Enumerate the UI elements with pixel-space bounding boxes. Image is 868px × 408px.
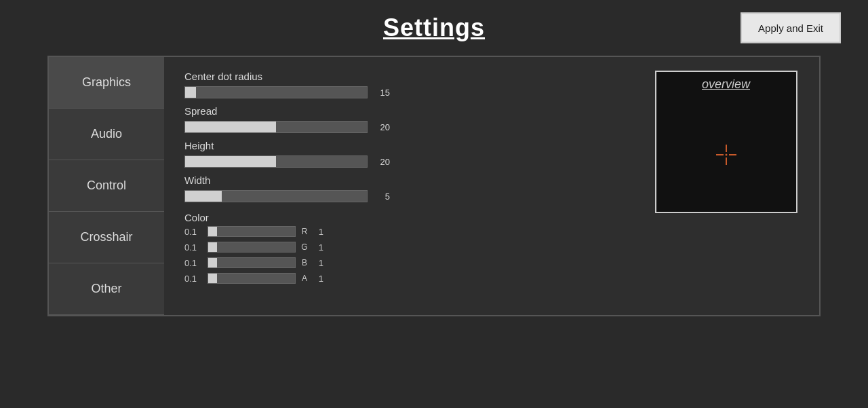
color-g-row: 0.1 G 1	[184, 242, 633, 253]
settings-form: Center dot radius 15 Spread 20	[184, 71, 633, 301]
height-label: Height	[184, 140, 633, 151]
center-dot-radius-fill	[185, 87, 196, 98]
color-b-slider[interactable]	[208, 257, 296, 268]
apply-exit-button[interactable]: Apply and Exit	[741, 13, 841, 43]
preview-panel: overview	[653, 71, 799, 301]
height-row: 20	[184, 155, 633, 168]
center-dot-radius-group: Center dot radius 15	[184, 71, 633, 98]
center-dot-radius-slider[interactable]	[184, 86, 368, 98]
spread-slider[interactable]	[184, 121, 368, 133]
spread-fill	[185, 122, 276, 132]
sidebar-item-audio[interactable]: Audio	[49, 109, 164, 160]
color-b-channel: B	[300, 258, 309, 267]
center-dot-radius-label: Center dot radius	[184, 71, 633, 82]
height-group: Height 20	[184, 140, 633, 168]
content-area: Center dot radius 15 Spread 20	[164, 57, 819, 315]
color-a-max: 1	[313, 274, 323, 284]
color-g-value: 0.1	[184, 242, 203, 253]
spread-group: Spread 20	[184, 105, 633, 133]
color-label: Color	[184, 212, 633, 223]
preview-box: overview	[655, 71, 797, 213]
crosshair-preview	[713, 97, 740, 212]
main-panel: Graphics Audio Control Crosshair Other C…	[47, 56, 821, 316]
svg-point-4	[725, 153, 727, 155]
width-slider[interactable]	[184, 190, 368, 202]
color-a-value: 0.1	[184, 274, 203, 284]
color-a-channel: A	[300, 274, 309, 283]
color-b-row: 0.1 B 1	[184, 257, 633, 268]
color-a-slider[interactable]	[208, 273, 296, 284]
color-b-fill	[208, 258, 217, 267]
color-r-value: 0.1	[184, 227, 203, 237]
color-b-value: 0.1	[184, 258, 203, 268]
width-max: 5	[373, 191, 390, 202]
color-b-max: 1	[313, 258, 323, 268]
color-a-fill	[208, 274, 217, 283]
width-label: Width	[184, 174, 633, 186]
color-r-max: 1	[313, 227, 323, 237]
width-group: Width 5	[184, 174, 633, 202]
color-g-channel: G	[300, 242, 309, 252]
color-r-channel: R	[300, 227, 309, 236]
color-g-slider[interactable]	[208, 242, 296, 253]
page-title: Settings	[383, 14, 485, 42]
header: Settings Apply and Exit	[0, 0, 868, 56]
sidebar-item-other[interactable]: Other	[49, 263, 164, 315]
color-r-row: 0.1 R 1	[184, 226, 633, 237]
height-fill	[185, 156, 276, 167]
color-a-row: 0.1 A 1	[184, 273, 633, 284]
spread-max: 20	[373, 122, 390, 132]
height-slider[interactable]	[184, 155, 368, 168]
sidebar-item-graphics[interactable]: Graphics	[49, 57, 164, 109]
center-dot-radius-max: 15	[373, 88, 390, 98]
height-max: 20	[373, 157, 390, 167]
sidebar: Graphics Audio Control Crosshair Other	[49, 57, 164, 315]
width-fill	[185, 191, 222, 202]
spread-row: 20	[184, 121, 633, 133]
center-dot-radius-row: 15	[184, 86, 633, 98]
color-r-fill	[208, 227, 217, 236]
sidebar-item-control[interactable]: Control	[49, 160, 164, 212]
spread-label: Spread	[184, 105, 633, 117]
width-row: 5	[184, 190, 633, 202]
preview-title: overview	[702, 72, 750, 97]
crosshair-icon	[713, 141, 740, 168]
color-r-slider[interactable]	[208, 226, 296, 237]
sidebar-item-crosshair[interactable]: Crosshair	[49, 212, 164, 263]
color-g-max: 1	[313, 242, 323, 253]
color-group: Color 0.1 R 1 0.1 G 1	[184, 209, 633, 286]
color-g-fill	[208, 242, 217, 252]
